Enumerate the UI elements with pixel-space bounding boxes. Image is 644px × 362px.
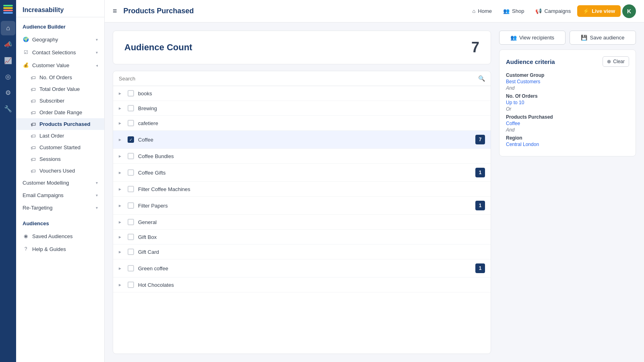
- tools-icon[interactable]: 🔧: [1, 101, 15, 116]
- left-column: Audience Count 7 🔍 ▶ books: [113, 31, 491, 354]
- expand-icon[interactable]: ▶: [119, 138, 124, 142]
- target-icon[interactable]: ◎: [1, 69, 15, 84]
- product-checkbox[interactable]: [128, 120, 134, 126]
- menu-icon[interactable]: ≡: [113, 7, 117, 15]
- save-audience-button[interactable]: 💾 Save audience: [570, 31, 636, 45]
- tag-icon: 🏷: [31, 145, 36, 150]
- product-name: Hot Chocolates: [138, 282, 485, 288]
- expand-icon[interactable]: ▶: [119, 154, 124, 158]
- product-name: cafetiere: [138, 120, 485, 126]
- table-row[interactable]: ▶ books: [113, 86, 491, 101]
- expand-icon[interactable]: ▶: [119, 220, 124, 224]
- criteria-key: Products Purchased: [506, 114, 629, 120]
- avatar[interactable]: K: [622, 4, 636, 18]
- sidebar-item-contact-selections[interactable]: ☑ Contact Selections ▾: [16, 46, 104, 59]
- save-audience-label: Save audience: [590, 35, 624, 41]
- product-checkbox[interactable]: [128, 265, 134, 272]
- table-row[interactable]: ▶ Coffee Bundles: [113, 149, 491, 164]
- expand-icon[interactable]: ▶: [119, 235, 124, 239]
- product-checkbox[interactable]: [128, 282, 134, 288]
- sidebar-sub-subscriber[interactable]: 🏷 Subscriber: [16, 95, 104, 107]
- live-view-button[interactable]: ⚡ Live view: [577, 5, 621, 17]
- sidebar-sub-products-purchased[interactable]: 🏷 Products Purchased: [16, 118, 104, 130]
- home-nav-item[interactable]: ⌂ Home: [468, 6, 497, 16]
- product-checkbox[interactable]: [128, 202, 134, 209]
- expand-icon[interactable]: ▶: [119, 250, 124, 254]
- expand-icon[interactable]: ▶: [119, 171, 124, 175]
- table-row[interactable]: ▶ Hot Chocolates: [113, 278, 491, 292]
- product-checkbox[interactable]: [128, 169, 134, 176]
- chevron-down-icon: ▾: [96, 193, 98, 197]
- product-checkbox[interactable]: [128, 105, 134, 111]
- sidebar-item-retargeting[interactable]: Re-Targeting ▾: [16, 202, 104, 214]
- table-row[interactable]: ▶ Brewing: [113, 101, 491, 116]
- sidebar-sub-order-date-range[interactable]: 🏷 Order Date Range: [16, 107, 104, 118]
- sidebar: Increasability Audience Builder 🌍 Geogra…: [16, 0, 105, 362]
- product-name: Green coffee: [138, 265, 471, 272]
- table-row[interactable]: ▶ Filter Papers 1: [113, 197, 491, 215]
- expand-icon[interactable]: ▶: [119, 283, 124, 287]
- audiences-title: Audiences: [16, 214, 104, 230]
- sidebar-item-customer-modelling[interactable]: Customer Modelling ▾: [16, 177, 104, 189]
- product-checkbox[interactable]: [128, 219, 134, 225]
- sidebar-item-saved-audiences[interactable]: ◉ Saved Audiences: [16, 230, 104, 243]
- product-checkbox[interactable]: [128, 153, 134, 159]
- sub-item-label: No. Of Orders: [39, 74, 72, 80]
- product-checkbox[interactable]: [128, 90, 134, 97]
- criteria-key: Customer Group: [506, 72, 629, 78]
- sidebar-item-email-campaigns[interactable]: Email Campaigns ▾: [16, 189, 104, 202]
- criteria-value: Central London: [506, 142, 629, 147]
- sidebar-sub-vouchers-used[interactable]: 🏷 Vouchers Used: [16, 165, 104, 177]
- chart-icon[interactable]: 📈: [1, 53, 15, 68]
- sidebar-sub-sessions[interactable]: 🏷 Sessions: [16, 153, 104, 165]
- sidebar-sub-total-order-value[interactable]: 🏷 Total Order Value: [16, 83, 104, 95]
- settings-icon[interactable]: ⚙: [1, 85, 15, 100]
- save-icon: 💾: [581, 35, 587, 41]
- product-checkbox-checked[interactable]: ✓: [128, 136, 134, 143]
- shop-nav-item[interactable]: 👥 Shop: [498, 6, 529, 16]
- product-checkbox[interactable]: [128, 186, 134, 192]
- expand-icon[interactable]: ▶: [119, 267, 124, 270]
- product-checkbox[interactable]: [128, 249, 134, 255]
- expand-icon[interactable]: ▶: [119, 204, 124, 208]
- sidebar-sub-customer-started[interactable]: 🏷 Customer Started: [16, 142, 104, 153]
- criteria-connector: Or: [506, 106, 629, 112]
- product-checkbox[interactable]: [128, 234, 134, 240]
- home-nav-label: Home: [478, 8, 492, 14]
- sidebar-sub-last-order[interactable]: 🏷 Last Order: [16, 130, 104, 142]
- contact-icon: ☑: [23, 49, 29, 56]
- table-row[interactable]: ▶ Coffee Gifts 1: [113, 164, 491, 182]
- sidebar-item-customer-value[interactable]: 💰 Customer Value ◂: [16, 59, 104, 72]
- campaigns-nav-item[interactable]: 📢 Campaigns: [530, 6, 576, 16]
- product-name: General: [138, 219, 485, 225]
- audience-builder-title: Audience Builder: [16, 17, 104, 33]
- product-name: Gift Card: [138, 249, 485, 255]
- view-recipients-button[interactable]: 👥 View recipients: [499, 31, 566, 45]
- table-row[interactable]: ▶ ✓ Coffee 7: [113, 131, 491, 149]
- view-recipients-label: View recipients: [519, 35, 554, 41]
- clear-button[interactable]: ⊗ Clear: [603, 56, 629, 67]
- expand-icon[interactable]: ▶: [119, 107, 124, 110]
- topbar-nav: ⌂ Home 👥 Shop 📢 Campaigns ⚡ Live view K: [468, 4, 636, 18]
- criteria-key: No. Of Orders: [506, 93, 629, 99]
- sidebar-item-geography[interactable]: 🌍 Geography ▾: [16, 33, 104, 46]
- expand-icon[interactable]: ▶: [119, 92, 124, 95]
- search-input[interactable]: [119, 76, 475, 82]
- campaigns-nav-icon: 📢: [535, 8, 542, 14]
- home-icon[interactable]: ⌂: [1, 21, 15, 35]
- table-row[interactable]: ▶ Filter Coffee Machines: [113, 182, 491, 197]
- sub-item-label: Customer Started: [39, 144, 80, 150]
- sidebar-sub-no-of-orders[interactable]: 🏷 No. Of Orders: [16, 72, 104, 83]
- table-row[interactable]: ▶ Gift Card: [113, 245, 491, 259]
- expand-icon[interactable]: ▶: [119, 121, 124, 125]
- sub-item-label: Subscriber: [39, 98, 64, 104]
- table-row[interactable]: ▶ cafetiere: [113, 116, 491, 131]
- product-name: Filter Papers: [138, 203, 471, 209]
- sidebar-item-help[interactable]: ? Help & Guides: [16, 243, 104, 255]
- table-row[interactable]: ▶ Green coffee 1: [113, 259, 491, 278]
- megaphone-icon[interactable]: 📣: [1, 37, 15, 51]
- saved-audiences-icon: ◉: [23, 233, 29, 239]
- table-row[interactable]: ▶ General: [113, 215, 491, 230]
- table-row[interactable]: ▶ Gift Box: [113, 230, 491, 245]
- expand-icon[interactable]: ▶: [119, 187, 124, 191]
